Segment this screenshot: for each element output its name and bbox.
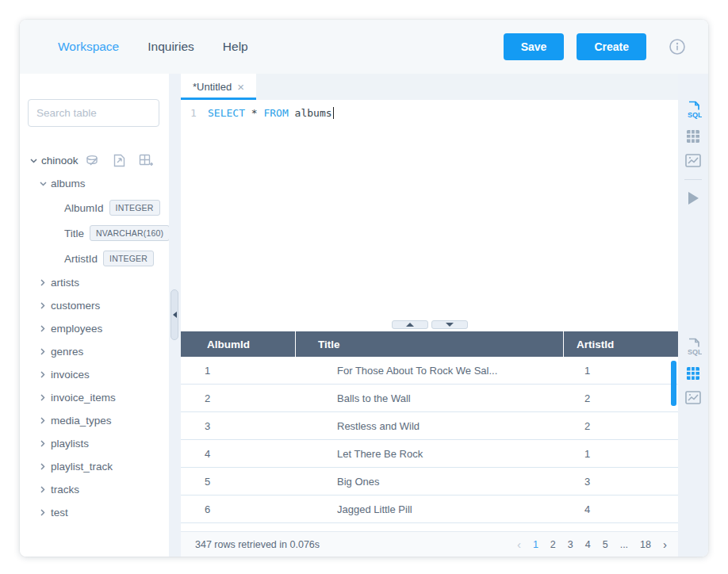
table-view-icon[interactable] bbox=[686, 129, 700, 144]
chevron-down-icon bbox=[28, 159, 39, 163]
chevron-right-icon bbox=[37, 348, 48, 355]
page-5[interactable]: 5 bbox=[603, 539, 608, 550]
toolbar-divider bbox=[684, 179, 702, 180]
table-row[interactable]: 4 Let There Be Rock 1 bbox=[181, 440, 678, 468]
sidebar-table-test[interactable]: test bbox=[28, 501, 169, 524]
table-name: genres bbox=[51, 346, 83, 358]
table-row[interactable]: 2 Balls to the Wall 2 bbox=[181, 385, 678, 412]
editor-tool-group: SQL bbox=[678, 101, 708, 205]
results-header-row: AlbumId Title ArtistId bbox=[181, 331, 678, 357]
table-name: customers bbox=[51, 300, 100, 312]
table-name: albums bbox=[51, 178, 86, 189]
close-icon[interactable]: × bbox=[237, 81, 244, 93]
column-row-title: Title NVARCHAR(160) bbox=[28, 220, 169, 246]
column-header-albumid[interactable]: AlbumId bbox=[181, 331, 295, 357]
cell-title: Balls to the Wall bbox=[295, 392, 563, 404]
column-type-badge: INTEGER bbox=[103, 251, 154, 266]
chevron-right-icon bbox=[37, 486, 48, 493]
nav-item-inquiries[interactable]: Inquiries bbox=[148, 40, 194, 54]
cell-title: For Those About To Rock We Sal... bbox=[295, 365, 563, 377]
expand-results-button[interactable] bbox=[431, 320, 468, 329]
chart-results-icon[interactable] bbox=[685, 391, 701, 404]
nav-item-workspace[interactable]: Workspace bbox=[58, 40, 119, 54]
sidebar-table-genres[interactable]: genres bbox=[28, 340, 169, 363]
content-area: chinook bbox=[20, 74, 708, 557]
chevron-right-icon bbox=[37, 463, 48, 470]
results-footer: 347 rows retrieved in 0.076s ‹ 1 2 3 4 5… bbox=[181, 531, 678, 557]
status-text: 347 rows retrieved in 0.076s bbox=[195, 539, 320, 550]
page-1[interactable]: 1 bbox=[533, 539, 538, 550]
table-row[interactable]: 6 Jagged Little Pill 4 bbox=[181, 496, 678, 523]
sidebar-table-invoice-items[interactable]: invoice_items bbox=[28, 386, 169, 409]
collapse-up-icon bbox=[406, 323, 414, 327]
table-name: tracks bbox=[51, 484, 79, 496]
tab-label: *Untitled bbox=[193, 81, 232, 93]
page-4[interactable]: 4 bbox=[585, 539, 591, 550]
table-name: invoice_items bbox=[51, 392, 116, 404]
sql-star: * bbox=[251, 107, 258, 119]
column-header-artistid[interactable]: ArtistId bbox=[563, 331, 678, 357]
export-file-icon[interactable] bbox=[113, 154, 125, 167]
sql-view-icon[interactable]: SQL bbox=[685, 101, 702, 119]
chart-view-icon[interactable] bbox=[685, 154, 701, 167]
sidebar-table-invoices[interactable]: invoices bbox=[28, 363, 169, 386]
table-row[interactable]: 5 Big Ones 3 bbox=[181, 468, 678, 496]
page-next-icon[interactable]: › bbox=[663, 538, 667, 551]
column-header-title[interactable]: Title bbox=[295, 331, 563, 357]
nav-links: Workspace Inquiries Help bbox=[58, 40, 248, 54]
cell-title: Jagged Little Pill bbox=[295, 503, 563, 515]
column-type-badge: INTEGER bbox=[109, 200, 160, 216]
sidebar-table-tracks[interactable]: tracks bbox=[28, 478, 169, 501]
nav-item-help[interactable]: Help bbox=[223, 40, 248, 54]
nav-actions: Save Create bbox=[504, 33, 686, 60]
sidebar-table-customers[interactable]: customers bbox=[28, 294, 169, 317]
sidebar-table-playlist-track[interactable]: playlist_track bbox=[28, 455, 169, 478]
save-button[interactable]: Save bbox=[504, 33, 565, 60]
tab-untitled[interactable]: *Untitled × bbox=[181, 74, 256, 100]
sidebar-table-artists[interactable]: artists bbox=[28, 271, 169, 294]
sidebar-table-albums[interactable]: albums bbox=[28, 172, 169, 195]
add-table-icon[interactable] bbox=[139, 154, 153, 167]
sql-keyword: SELECT bbox=[208, 107, 245, 119]
sidebar-database-chinook[interactable]: chinook bbox=[28, 149, 169, 172]
sql-results-icon[interactable]: SQL bbox=[685, 338, 702, 356]
cell-artistid: 3 bbox=[563, 476, 678, 488]
table-row[interactable]: 3 Restless and Wild 2 bbox=[181, 412, 678, 440]
page-3[interactable]: 3 bbox=[568, 539, 573, 550]
sql-keyword: FROM bbox=[263, 107, 288, 119]
cell-albumid: 1 bbox=[181, 365, 295, 377]
run-query-icon[interactable] bbox=[688, 192, 699, 205]
cell-albumid: 2 bbox=[181, 392, 295, 404]
pane-splitter[interactable] bbox=[181, 320, 678, 331]
create-button[interactable]: Create bbox=[577, 33, 646, 60]
expand-editor-button[interactable] bbox=[392, 320, 428, 329]
page-prev-icon[interactable]: ‹ bbox=[517, 538, 521, 551]
page-18[interactable]: 18 bbox=[640, 539, 651, 550]
sidebar-collapse-handle[interactable] bbox=[171, 289, 178, 340]
results-scrollbar[interactable] bbox=[671, 361, 676, 406]
table-results-icon[interactable] bbox=[686, 366, 700, 381]
collapse-down-icon bbox=[446, 323, 454, 327]
page-2[interactable]: 2 bbox=[550, 539, 556, 550]
cell-artistid: 1 bbox=[563, 365, 678, 377]
database-edit-icon[interactable] bbox=[86, 155, 100, 167]
results-body: 1 For Those About To Rock We Sal... 1 2 … bbox=[181, 357, 678, 531]
table-row[interactable]: 1 For Those About To Rock We Sal... 1 bbox=[181, 357, 678, 385]
chevron-down-icon bbox=[37, 182, 48, 186]
cell-artistid: 4 bbox=[563, 503, 678, 515]
sidebar-table-media-types[interactable]: media_types bbox=[28, 409, 169, 432]
column-row-albumid: AlbumId INTEGER bbox=[28, 195, 169, 220]
info-icon[interactable] bbox=[669, 38, 686, 55]
column-row-artistid: ArtistId INTEGER bbox=[28, 246, 169, 271]
column-name: AlbumId bbox=[64, 202, 104, 214]
column-name: ArtistId bbox=[64, 253, 98, 265]
sql-editor[interactable]: 1 SELECT * FROM albums bbox=[181, 100, 678, 320]
search-input[interactable] bbox=[28, 99, 159, 127]
play-icon bbox=[688, 192, 699, 205]
editor-tabbar: *Untitled × bbox=[181, 74, 678, 100]
svg-text:SQL: SQL bbox=[688, 111, 702, 119]
sidebar-table-employees[interactable]: employees bbox=[28, 317, 169, 340]
table-name: invoices bbox=[51, 369, 90, 381]
sidebar-table-playlists[interactable]: playlists bbox=[28, 432, 169, 455]
chevron-right-icon bbox=[37, 394, 48, 401]
